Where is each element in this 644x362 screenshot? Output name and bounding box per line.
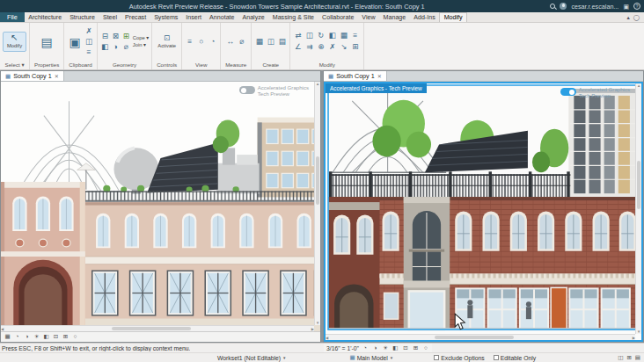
tab-systems[interactable]: Systems — [150, 12, 182, 22]
detail-level-icon[interactable]: ◔ — [13, 334, 21, 340]
tab-annotate[interactable]: Annotate — [206, 12, 238, 22]
right-view-control-bar: 3/16" = 1'-0" ◔ ◑ ☀ ◧ ⊡ ⊞ ○ — [324, 344, 432, 352]
scale-icon[interactable]: ↘ — [339, 42, 348, 52]
accelerated-graphics-toggle-group: Accelerated Graphics Tech Preview — [560, 86, 630, 99]
measure-icon[interactable]: ↔ — [225, 37, 235, 47]
design-option-selector[interactable]: ▦ Main Model▼ — [350, 355, 394, 361]
crop-view-icon[interactable]: ⊡ — [401, 345, 409, 351]
copy-icon[interactable]: ◫ — [84, 37, 94, 47]
user-name[interactable]: cesar.r.escalan... — [571, 3, 618, 11]
geometry-panel-label: Geometry — [100, 59, 149, 69]
tab-analyze[interactable]: Analyze — [238, 12, 268, 22]
create-similar-icon[interactable]: ◫ — [266, 37, 275, 47]
search-help-icon[interactable]: ◯ — [633, 14, 640, 21]
activate-label[interactable]: Activate — [157, 43, 176, 50]
move-icon[interactable]: ⇄ — [293, 31, 303, 40]
exclude-options-checkbox[interactable] — [434, 355, 439, 360]
file-menu-button[interactable]: File — [0, 12, 25, 22]
updates-icon[interactable]: ▣ — [623, 4, 629, 10]
paste-icon[interactable]: ▣ — [68, 33, 83, 50]
status-bar: Press ESC, F8 or Shift+W to exit, or rig… — [0, 343, 644, 362]
revit-window: Autodesk Revit Preview Release - Snowdon… — [0, 0, 644, 362]
tab-manage[interactable]: Manage — [379, 12, 410, 22]
right-view-canvas[interactable]: Accelerated Graphics - Tech Preview — [324, 82, 643, 342]
crop-region-icon[interactable]: ⊞ — [412, 345, 420, 351]
cut-geometry-icon[interactable]: ⊠ — [111, 32, 121, 41]
tab-modify[interactable]: Modify — [439, 12, 467, 22]
ribbon-collapse-icon[interactable]: ▴ — [626, 14, 629, 21]
select-panel-label[interactable]: Select ▾ — [3, 59, 26, 69]
match-type-icon[interactable]: ≡ — [84, 47, 94, 57]
scale-icon[interactable]: ▦ — [4, 334, 11, 340]
sun-path-icon[interactable]: ☀ — [33, 334, 40, 340]
tab-architecture[interactable]: Architecture — [25, 12, 66, 22]
editable-only-checkbox[interactable] — [494, 355, 499, 360]
close-icon[interactable]: ✕ — [55, 73, 59, 79]
sun-path-icon[interactable]: ☀ — [381, 345, 389, 351]
offset-icon[interactable]: ⇉ — [304, 42, 314, 52]
search-icon[interactable] — [550, 4, 555, 9]
accelerated-graphics-toggle[interactable] — [560, 88, 576, 96]
paint-icon[interactable]: ◑ — [111, 42, 121, 52]
workset-selector[interactable]: Workset1 (Not Editable)▼ — [217, 355, 287, 361]
tab-precast[interactable]: Precast — [121, 12, 150, 22]
cope-icon[interactable]: ⊟ — [100, 32, 110, 41]
reveal-icon[interactable]: ◔ — [208, 37, 217, 47]
user-avatar-icon[interactable] — [560, 3, 567, 10]
join-icon[interactable]: ⊞ — [121, 32, 131, 41]
rotate-icon[interactable]: ↻ — [316, 31, 326, 40]
dimension-icon[interactable]: ⌀ — [237, 37, 246, 47]
selection-filter-icon[interactable]: ◫ — [618, 354, 623, 361]
cope-label[interactable]: Cope ▾ — [133, 35, 149, 42]
right-vertical-scrollbar[interactable]: ▲▼ — [635, 83, 641, 334]
trim-icon[interactable]: ∠ — [293, 42, 303, 52]
cut-icon[interactable]: ✗ — [84, 26, 94, 36]
close-icon[interactable]: ✕ — [377, 73, 382, 79]
activate-controls-icon[interactable]: ⊡ — [162, 33, 172, 43]
detail-level-icon[interactable]: ◔ — [361, 345, 369, 351]
mirror-icon[interactable]: ◧ — [327, 31, 337, 40]
split-icon[interactable]: ⊞ — [350, 42, 360, 52]
status-bar-icons: ◫ ⊞ ▤ — [618, 354, 640, 361]
left-view-canvas[interactable]: Accelerated Graphics Tech Preview ▲▼ ◀▶ — [1, 82, 320, 331]
demolish-icon[interactable]: ⌀ — [121, 42, 131, 52]
accelerated-graphics-toggle[interactable] — [239, 86, 255, 94]
legend-icon[interactable]: ▤ — [277, 37, 287, 47]
right-horizontal-scrollbar[interactable]: ◀▶ — [326, 334, 635, 340]
temporary-hide-icon[interactable]: ○ — [71, 334, 79, 340]
crop-region-icon[interactable]: ⊞ — [62, 334, 70, 340]
right-view-tab[interactable]: ▦ South Copy 1 ✕ — [324, 71, 387, 81]
visual-style-icon[interactable]: ◑ — [371, 345, 379, 351]
split-face-icon[interactable]: ◧ — [100, 42, 110, 52]
tab-massing-site[interactable]: Massing & Site — [268, 12, 318, 22]
join-label[interactable]: Join ▾ — [133, 42, 149, 49]
properties-icon[interactable]: ▤ — [40, 33, 55, 50]
align-icon[interactable]: ≡ — [350, 31, 360, 40]
tab-addins[interactable]: Add-Ins — [410, 12, 439, 22]
shadows-icon[interactable]: ◧ — [392, 345, 399, 351]
tab-collaborate[interactable]: Collaborate — [318, 12, 358, 22]
help-icon[interactable]: ? — [633, 3, 640, 10]
temporary-hide-icon[interactable]: ○ — [421, 345, 429, 351]
left-vertical-scrollbar[interactable]: ▲▼ — [314, 82, 320, 325]
crop-view-icon[interactable]: ⊡ — [52, 334, 60, 340]
visual-style-icon[interactable]: ◑ — [23, 334, 31, 340]
view-scale[interactable]: 3/16" = 1'-0" — [326, 345, 359, 351]
tab-steel[interactable]: Steel — [99, 12, 121, 22]
copy-tool-icon[interactable]: ◫ — [304, 31, 314, 40]
create-group-icon[interactable]: ▦ — [254, 37, 264, 47]
shadows-icon[interactable]: ◧ — [42, 334, 50, 340]
modify-tool-button[interactable]: ↖ Modify — [3, 32, 26, 52]
array-icon[interactable]: ▦ — [339, 31, 348, 40]
tab-structure[interactable]: Structure — [66, 12, 99, 22]
select-pinned-icon[interactable]: ▤ — [635, 354, 640, 361]
select-links-icon[interactable]: ⊞ — [626, 354, 631, 361]
left-view-tab[interactable]: ▦ South Copy 1 ✕ — [1, 71, 64, 81]
tab-view[interactable]: View — [358, 12, 379, 22]
thin-lines-icon[interactable]: ≡ — [185, 37, 194, 47]
delete-icon[interactable]: ✗ — [327, 42, 337, 52]
pin-icon[interactable]: ⊕ — [316, 42, 326, 52]
tab-insert[interactable]: Insert — [182, 12, 206, 22]
hide-icon[interactable]: ○ — [196, 37, 206, 47]
left-horizontal-scrollbar[interactable]: ◀▶ — [1, 325, 314, 331]
